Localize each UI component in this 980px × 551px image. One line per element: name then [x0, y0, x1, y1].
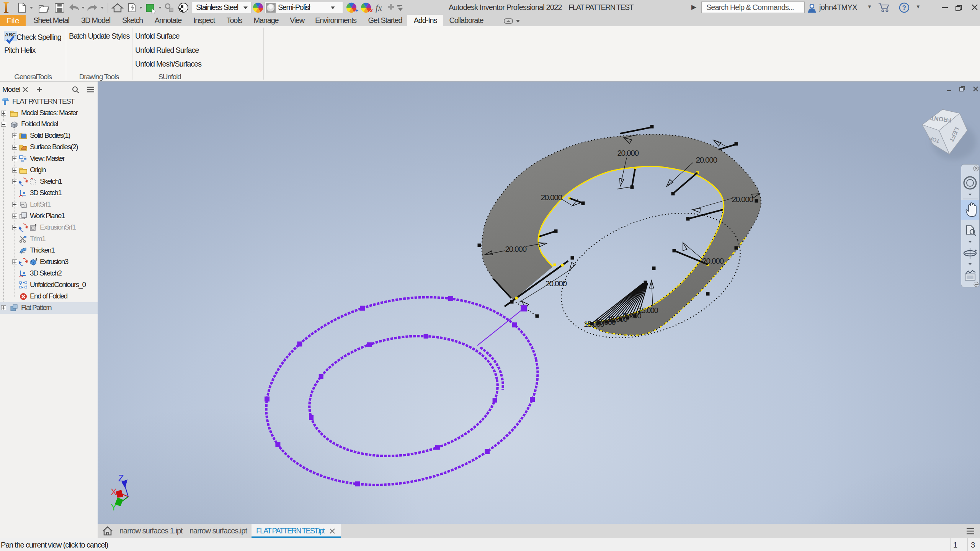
svg-text:Semi-Polisł: Semi-Polisł: [278, 3, 311, 11]
svg-text:X: X: [111, 487, 117, 497]
svg-text:20.000: 20.000: [505, 245, 526, 253]
svg-text:20.000: 20.000: [732, 195, 753, 204]
svg-text:20.000: 20.000: [702, 256, 724, 265]
svg-text:ABC: ABC: [5, 32, 16, 37]
svg-text:x: x: [370, 7, 373, 13]
svg-text:Z: Z: [118, 473, 124, 483]
svg-text:20.000: 20.000: [541, 193, 562, 202]
svg-text:Y: Y: [111, 502, 117, 512]
svg-text:fx: fx: [376, 3, 382, 13]
svg-text:20.000: 20.000: [545, 279, 567, 288]
svg-text:+: +: [355, 7, 358, 13]
svg-text:20.000: 20.000: [617, 148, 639, 157]
svg-text:Stainless Steel: Stainless Steel: [196, 3, 238, 11]
svg-text:20.000: 20.000: [696, 155, 717, 164]
svg-text:15.000: 15.000: [584, 320, 604, 328]
svg-text:?: ?: [902, 4, 906, 11]
